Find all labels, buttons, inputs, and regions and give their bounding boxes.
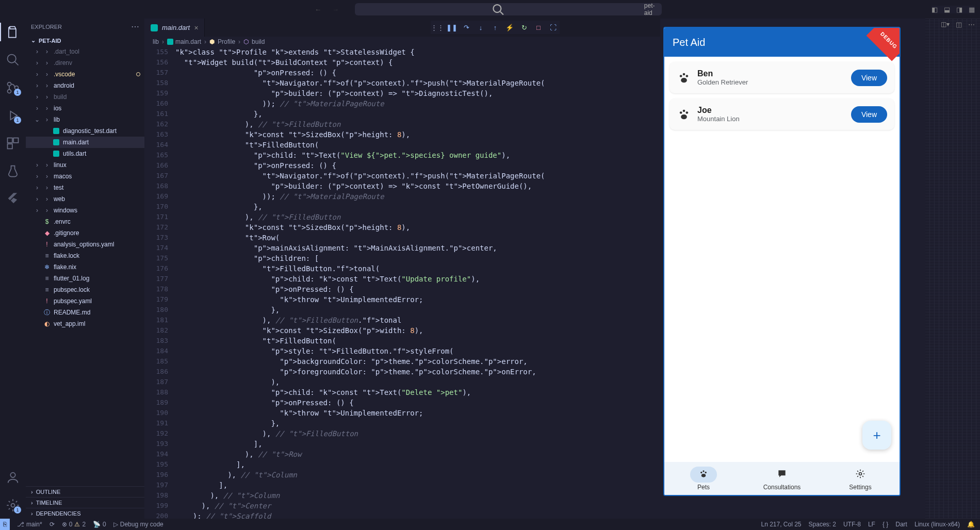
nav-settings[interactable]: Settings xyxy=(821,462,900,495)
code-editor[interactable]: 1551561571581591601611621631641651661671… xyxy=(144,47,660,519)
tree-item-utils-dart[interactable]: utils.dart xyxy=(26,148,144,159)
activity-explorer[interactable] xyxy=(6,25,20,39)
search-icon xyxy=(355,3,641,15)
drag-handle-icon[interactable]: ⋮⋮ xyxy=(434,24,441,31)
tree-item-diagnostic-test-dart[interactable]: diagnostic_test.dart xyxy=(26,125,144,137)
open-devtools-icon[interactable]: ⛶ xyxy=(549,24,557,31)
activity-bar: 1 1 1 xyxy=(0,19,26,519)
status-language[interactable]: Dart xyxy=(895,521,907,528)
nav-pets[interactable]: Pets xyxy=(664,462,743,495)
nav-forward-icon[interactable]: → xyxy=(332,6,339,13)
status-debug-launch[interactable]: ▷Debug my code xyxy=(113,521,164,528)
tree-item--vscode[interactable]: ››.vscode xyxy=(26,69,144,80)
status-problems[interactable]: ⊗0 ⚠2 xyxy=(62,521,86,528)
tree-item-flake-nix[interactable]: ❄flake.nix xyxy=(26,261,144,273)
status-eol[interactable]: LF xyxy=(868,521,875,528)
debug-icon: ▷ xyxy=(113,521,118,528)
step-out-icon[interactable]: ↑ xyxy=(492,24,499,31)
step-into-icon[interactable]: ↓ xyxy=(477,24,484,31)
view-pet-button[interactable]: View xyxy=(851,106,887,123)
activity-debug[interactable]: 1 xyxy=(6,108,20,123)
tree-item-vet-app-iml[interactable]: ◐vet_app.iml xyxy=(26,318,144,329)
activity-extensions[interactable] xyxy=(6,136,20,151)
tree-item-build[interactable]: ››build xyxy=(26,91,144,103)
no-device-icon[interactable]: ◫▾ xyxy=(941,21,950,28)
activity-search[interactable] xyxy=(6,53,20,67)
debug-badge: 1 xyxy=(14,117,21,124)
svg-point-10 xyxy=(10,473,15,477)
toggle-primary-sidebar-icon[interactable]: ◧ xyxy=(932,6,938,13)
activity-account[interactable] xyxy=(6,470,20,485)
status-branch[interactable]: ⎇main* xyxy=(17,521,42,528)
tree-item-flutter-01-log[interactable]: ≡flutter_01.log xyxy=(26,273,144,284)
warning-icon: ⚠ xyxy=(74,521,80,528)
customize-layout-icon[interactable]: ▦ xyxy=(969,6,975,13)
tree-item-pubspec-lock[interactable]: ≡pubspec.lock xyxy=(26,284,144,295)
close-icon[interactable]: × xyxy=(194,24,198,32)
tree-item-test[interactable]: ››test xyxy=(26,182,144,193)
tree-item--dart-tool[interactable]: ››.dart_tool xyxy=(26,46,144,57)
add-pet-fab[interactable]: + xyxy=(862,421,891,450)
status-cursor-pos[interactable]: Ln 217, Col 25 xyxy=(761,521,801,528)
activity-testing[interactable] xyxy=(6,164,20,178)
tree-item-ios[interactable]: ››ios xyxy=(26,103,144,114)
tree-item-android[interactable]: ››android xyxy=(26,80,144,91)
tree-item-web[interactable]: ››web xyxy=(26,193,144,205)
explorer-more-icon[interactable]: ⋯ xyxy=(131,23,139,31)
dependencies-section[interactable]: ›DEPENDENCIES xyxy=(26,508,144,519)
status-target[interactable]: Linux (linux-x64) xyxy=(914,521,960,528)
restart-icon[interactable]: ↻ xyxy=(520,24,528,31)
settings-badge: 1 xyxy=(14,506,21,514)
outline-section[interactable]: ›OUTLINE xyxy=(26,486,144,497)
activity-settings[interactable]: 1 xyxy=(6,498,20,512)
remote-indicator[interactable]: ⎘ xyxy=(0,519,10,530)
status-encoding[interactable]: UTF-8 xyxy=(843,521,861,528)
nav-back-icon[interactable]: ← xyxy=(315,6,322,13)
command-center-search[interactable]: pet-aid xyxy=(355,3,662,15)
status-sync[interactable]: ⟳ xyxy=(50,521,55,528)
status-brackets[interactable]: { } xyxy=(883,521,888,528)
more-actions-icon[interactable]: ⋯ xyxy=(968,21,975,28)
status-spaces[interactable]: Spaces: 2 xyxy=(809,521,836,528)
tree-item-analysis-options-yaml[interactable]: !analysis_options.yaml xyxy=(26,239,144,250)
tree-item--envrc[interactable]: $.envrc xyxy=(26,216,144,227)
tree-item--gitignore[interactable]: ◆.gitignore xyxy=(26,227,144,239)
status-notifications[interactable]: 🔔 xyxy=(967,521,975,528)
split-editor-icon[interactable]: ◫ xyxy=(956,21,962,28)
svg-point-2 xyxy=(8,55,16,63)
svg-point-15 xyxy=(681,78,687,82)
title-bar: ← → pet-aid ◧ ⬓ ◨ ▦ xyxy=(0,0,980,19)
tree-item-readme-md[interactable]: ⓘREADME.md xyxy=(26,307,144,318)
tree-item-flake-lock[interactable]: ≡flake.lock xyxy=(26,250,144,261)
tree-item-macos[interactable]: ››macos xyxy=(26,171,144,182)
project-root[interactable]: ⌄ PET-AID xyxy=(26,35,144,46)
tree-item-lib[interactable]: ⌄›lib xyxy=(26,114,144,125)
hot-reload-icon[interactable]: ⚡ xyxy=(506,24,513,31)
timeline-section[interactable]: ›TIMELINE xyxy=(26,497,144,508)
scm-badge: 1 xyxy=(14,89,21,96)
paw-icon xyxy=(677,107,691,122)
pause-icon[interactable]: ❚❚ xyxy=(448,24,455,31)
view-pet-button[interactable]: View xyxy=(851,70,887,86)
stop-icon[interactable]: □ xyxy=(535,24,542,31)
svg-line-3 xyxy=(15,62,19,65)
tree-item-windows[interactable]: ››windows xyxy=(26,205,144,216)
activity-scm[interactable]: 1 xyxy=(6,80,20,95)
step-over-icon[interactable]: ↷ xyxy=(463,24,470,31)
tab-main-dart[interactable]: main.dart × xyxy=(144,19,205,37)
tree-item-linux[interactable]: ››linux xyxy=(26,159,144,171)
tree-item--direnv[interactable]: ››.direnv xyxy=(26,57,144,69)
breadcrumb[interactable]: lib› main.dart› ⬢Profile› ⬡build xyxy=(144,37,660,47)
nav-consultations[interactable]: Consultations xyxy=(743,462,821,495)
minimap[interactable] xyxy=(925,19,980,519)
paw-icon xyxy=(698,469,709,479)
tree-item-main-dart[interactable]: main.dart xyxy=(26,137,144,148)
tree-item-pubspec-yaml[interactable]: !pubspec.yaml xyxy=(26,295,144,307)
dart-icon xyxy=(167,39,173,45)
code-content[interactable]: "k">class "t">Profile "k">extends "t">St… xyxy=(175,47,660,519)
activity-flutter[interactable] xyxy=(6,192,20,206)
radio-icon: 📡 xyxy=(93,521,101,528)
toggle-panel-icon[interactable]: ⬓ xyxy=(944,6,950,13)
status-ports[interactable]: 📡0 xyxy=(93,521,106,528)
toggle-secondary-sidebar-icon[interactable]: ◨ xyxy=(956,6,962,13)
